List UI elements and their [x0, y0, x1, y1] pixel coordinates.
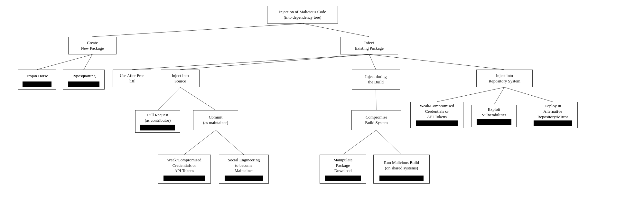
use-after-free-node: Use After Free [10] — [113, 70, 151, 87]
inject-repo-label: Inject into Repository System — [479, 71, 530, 86]
create-new-package-node: Create New Package — [68, 37, 117, 54]
weak-creds-label: Weak/Compromised Credentials or API Toke… — [160, 156, 209, 175]
svg-line-17 — [376, 130, 401, 155]
typosquatting-bar — [68, 81, 100, 87]
manipulate-dl-label: Manipulate Package Download — [322, 156, 364, 175]
commit-maintainer-label: Commit (as maintainer) — [195, 112, 236, 129]
inject-source-label: Inject into Source — [163, 71, 197, 86]
svg-line-9 — [180, 87, 216, 110]
svg-line-13 — [504, 87, 553, 102]
svg-line-0 — [92, 24, 303, 37]
trojan-label: Trojan Horse — [20, 71, 54, 81]
run-malicious-node: Run Malicious Build (on shared systems) — [373, 155, 430, 184]
svg-line-14 — [184, 130, 216, 155]
run-malicious-label: Run Malicious Build (on shared systems) — [376, 156, 427, 175]
pull-request-bar — [140, 125, 175, 130]
commit-maintainer-node: Commit (as maintainer) — [193, 110, 238, 130]
compromise-build-node: Compromise Build System — [351, 110, 401, 130]
manipulate-dl-node: Manipulate Package Download — [320, 155, 366, 184]
svg-line-6 — [369, 54, 376, 70]
infect-existing-label: Infect Existing Package — [342, 38, 396, 53]
svg-line-5 — [180, 54, 369, 70]
use-after-free-label: Use After Free [10] — [115, 71, 149, 86]
infect-existing-node: Infect Existing Package — [340, 37, 398, 54]
diagram: Injection of Malicious Code (into depend… — [0, 0, 644, 210]
deploy-alt-bar — [534, 120, 572, 126]
inject-source-node: Inject into Source — [161, 70, 200, 87]
social-eng-bar — [225, 176, 263, 181]
exploit-vuln-label: Exploit Vulnerabilities — [474, 106, 514, 119]
weak-creds-node: Weak/Compromised Credentials or API Toke… — [158, 155, 211, 184]
trojan-bar — [23, 81, 51, 87]
inject-build-node: Inject during the Build — [352, 70, 400, 90]
manipulate-dl-bar — [325, 176, 361, 181]
weak-creds-repo-label: Weak/Compromised Credentials or API Toke… — [413, 103, 461, 120]
deploy-alt-node: Deploy in Alternative Repository/Mirror — [528, 102, 578, 128]
svg-line-10 — [376, 87, 376, 110]
weak-creds-repo-node: Weak/Compromised Credentials or API Toke… — [410, 102, 463, 128]
svg-line-11 — [437, 87, 504, 102]
pull-request-label: Pull Request (as contributor) — [137, 112, 178, 124]
svg-line-4 — [132, 54, 369, 70]
svg-line-3 — [84, 54, 92, 70]
deploy-alt-label: Deploy in Alternative Repository/Mirror — [530, 103, 575, 120]
svg-line-1 — [303, 24, 369, 37]
svg-line-7 — [369, 54, 504, 70]
svg-line-2 — [37, 54, 92, 70]
svg-line-16 — [343, 130, 376, 155]
create-new-label: Create New Package — [70, 38, 114, 53]
pull-request-node: Pull Request (as contributor) — [135, 110, 180, 133]
compromise-build-label: Compromise Build System — [354, 112, 399, 129]
exploit-vuln-node: Exploit Vulnerabilities — [471, 105, 517, 127]
svg-line-15 — [216, 130, 244, 155]
svg-line-12 — [494, 87, 504, 105]
social-eng-label: Social Engineering to become Maintainer — [221, 156, 266, 175]
exploit-vuln-bar — [477, 119, 511, 125]
inject-repo-node: Inject into Repository System — [476, 70, 533, 87]
social-eng-node: Social Engineering to become Maintainer — [219, 155, 269, 184]
weak-creds-bar — [163, 176, 205, 181]
root-label: Injection of Malicious Code (into depend… — [269, 7, 336, 22]
weak-creds-repo-bar — [416, 120, 457, 126]
svg-line-8 — [158, 87, 180, 110]
typosquatting-node: Typosquatting — [63, 70, 105, 90]
trojan-horse-node: Trojan Horse — [18, 70, 56, 90]
typosquatting-label: Typosquatting — [65, 71, 102, 81]
run-malicious-bar — [379, 176, 424, 181]
inject-build-label: Inject during the Build — [354, 71, 398, 88]
root-node: Injection of Malicious Code (into depend… — [267, 6, 338, 24]
